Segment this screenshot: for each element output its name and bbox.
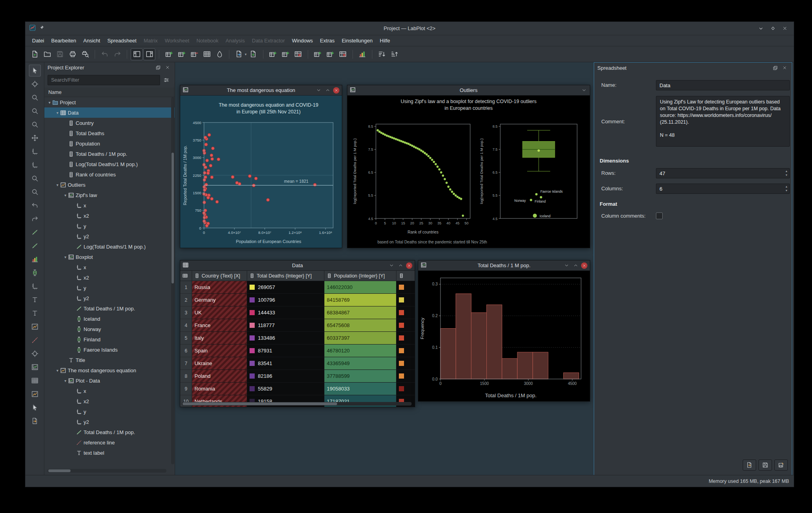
add-worksheet-tool-button[interactable] [29,388,41,400]
tree-item-y2[interactable]: y2 [44,417,175,427]
tree-item-population[interactable]: Population [44,138,175,149]
tree-item-log-total-deaths-1-m-pop[interactable]: Log(Total Deaths/1 M pop.) [44,241,175,252]
cell-deaths-per-1m[interactable] [396,357,415,370]
rows-field[interactable] [656,168,790,178]
cell-country[interactable]: Russia [192,281,247,294]
histogram-float-button[interactable] [572,262,579,269]
cell-population[interactable]: 60337397 [324,332,396,345]
print-preview-button[interactable] [79,48,91,60]
add-spreadsheet-tool-button[interactable] [29,375,41,387]
cell-deaths-per-1m[interactable] [396,306,415,319]
redo-button[interactable] [111,48,123,60]
add-image-tool-button[interactable] [29,321,41,333]
auto-scale-y-tool-button[interactable] [29,159,41,171]
insert-rows-above-button[interactable] [267,48,279,60]
expander-icon[interactable]: ▾ [63,193,68,197]
tree-item-faeroe-islands[interactable]: Faeroe Islands [44,345,175,355]
tree-item-y2[interactable]: y2 [44,293,175,303]
column-header-total-deaths-integer-y[interactable]: Total Deaths {Integer} [Y] [247,271,324,281]
column-header-extra[interactable] [396,271,415,281]
tree-item-total-deaths-1m-pop[interactable]: Total Deaths / 1M pop. [44,149,175,159]
new-spreadsheet-button[interactable] [233,48,245,60]
cell-total-deaths[interactable]: 55829 [247,383,324,395]
new-spreadsheet-dropdown-icon[interactable]: ▾ [245,52,247,56]
toggle-properties-dock-button[interactable] [143,48,155,60]
data-window-titlebar[interactable]: Data [180,260,415,271]
cell-total-deaths[interactable]: 133486 [247,332,324,345]
remove-rows-button[interactable] [188,48,200,60]
dangerous-float-button[interactable] [324,87,331,94]
expander-icon[interactable]: ▾ [55,183,60,187]
cell-deaths-per-1m[interactable] [396,281,415,294]
columns-field[interactable] [656,184,790,194]
cell-deaths-per-1m[interactable] [396,294,415,306]
add-reference-line-tool-button[interactable] [29,334,41,346]
filter-options-icon[interactable] [160,75,172,85]
minimize-button[interactable] [757,24,765,33]
column-header-population-integer-y[interactable]: Population {Integer} [Y] [324,271,396,281]
cell-total-deaths[interactable]: 144433 [247,306,324,319]
cell-total-deaths[interactable]: 100796 [247,294,324,306]
expander-icon[interactable]: ▾ [55,111,60,115]
tree-item-zipf-s-law[interactable]: ▾Zipf's law [44,190,175,200]
cell-population[interactable]: 68384867 [324,306,396,319]
tree-item-data[interactable]: ▾Data [44,107,175,118]
row-number[interactable]: 3 [180,306,192,319]
cell-deaths-per-1m[interactable] [396,319,415,332]
column-statistics-button[interactable] [356,48,368,60]
cell-country[interactable]: Italy [192,332,247,345]
menu-extras[interactable]: Extras [316,36,338,46]
row-number[interactable]: 4 [180,319,192,332]
row-number[interactable]: 6 [180,345,192,357]
tree-item-boxplot[interactable]: ▾Boxplot [44,252,175,262]
dangerous-menu-button[interactable] [315,87,322,94]
add-axis-tool-button[interactable] [29,280,41,292]
data-float-button[interactable] [397,262,404,269]
tree-item-total-deaths-1m-pop[interactable]: Total Deaths / 1M pop. [44,303,175,314]
histogram-close-button[interactable] [581,262,587,269]
expander-icon[interactable]: ▾ [63,255,68,259]
tree-item-x[interactable]: x [44,262,175,272]
cell-deaths-per-1m[interactable] [396,383,415,395]
search-input[interactable] [48,75,160,85]
explorer-close-button[interactable] [164,63,172,71]
cell-country[interactable]: Germany [192,294,247,306]
cell-deaths-per-1m[interactable] [396,370,415,383]
cell-country[interactable]: UK [192,306,247,319]
cell-population[interactable]: 146022030 [324,281,396,294]
close-button[interactable] [780,24,789,33]
menu-hilfe[interactable]: Hilfe [376,36,394,46]
window-histogram[interactable]: Total Deaths / 1 M pop. 01500300045000.0… [418,260,590,402]
tree-item-y[interactable]: y [44,221,175,231]
zoom-out-tool-button[interactable] [29,186,41,198]
menu-einstellungen[interactable]: Einstellungen [338,36,376,46]
tree-item-x2[interactable]: x2 [44,272,175,283]
tree-item-rank-of-countries[interactable]: Rank of countries [44,169,175,180]
titlebar[interactable]: Project — LabPlot <2> [25,22,794,35]
row-number[interactable]: 8 [180,370,192,383]
cell-total-deaths[interactable]: 83541 [247,357,324,370]
properties-float-button[interactable] [771,64,779,72]
properties-close-button[interactable] [781,64,789,72]
zipf-plot[interactable]: 051015202530354045504.55.56.57.58.5Rank … [351,119,474,237]
save-as-icon-button[interactable] [774,459,788,471]
tree-item-total-deaths-1m-pop[interactable]: Total Deaths / 1M pop. [44,427,175,437]
tree-item-title[interactable]: Title [44,355,175,365]
cell-total-deaths[interactable]: 118777 [247,319,324,332]
zoom-y-select-tool-button[interactable] [29,119,41,130]
rows-increment-icon[interactable]: ▲ [785,169,788,173]
data-close-button[interactable] [406,262,412,269]
add-text-label-tool-button[interactable] [29,307,41,319]
tree-item-y[interactable]: y [44,406,175,417]
rows-spinbox[interactable]: ▲▼ [656,168,790,178]
data-horizontal-scrollbar[interactable] [182,402,412,406]
tree-item-text-label[interactable]: text label [44,448,175,458]
toggle-project-explorer-button[interactable] [131,48,143,60]
export-icon-button[interactable] [743,459,756,471]
column-comments-checkbox[interactable] [656,212,663,219]
crosshair-tool-button[interactable] [29,78,41,90]
insert-columns-left-button[interactable] [312,48,324,60]
explorer-vertical-scrollbar[interactable] [171,97,174,464]
cell-country[interactable]: France [192,319,247,332]
tree-item-x[interactable]: x [44,386,175,396]
